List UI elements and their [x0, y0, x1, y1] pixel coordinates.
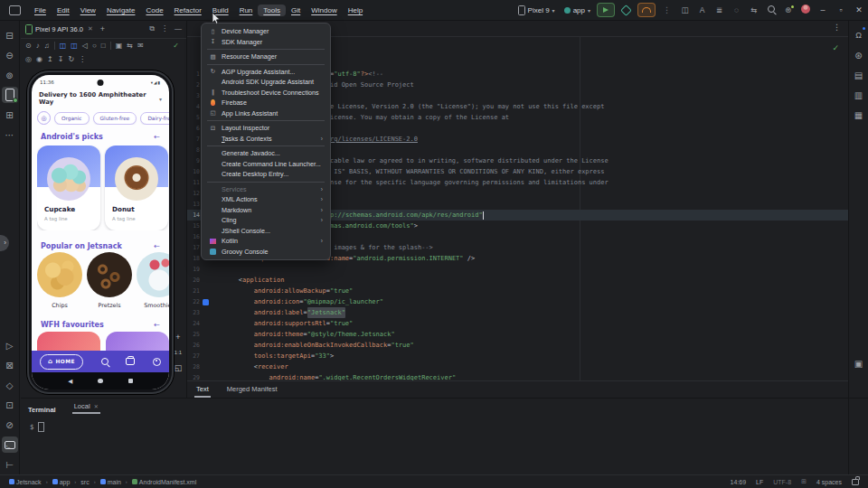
menu-item-resource-manager[interactable]: ▨Resource Manager: [202, 52, 330, 62]
profile-avatar[interactable]: [797, 5, 814, 15]
snack-image-chips[interactable]: [37, 252, 82, 297]
filter-chip-gluten-free[interactable]: Gluten-free: [93, 112, 137, 125]
menu-navigate[interactable]: Navigate: [101, 5, 141, 16]
mirror-device-icon[interactable]: ◫: [676, 5, 693, 14]
close-icon[interactable]: ✕: [88, 25, 93, 33]
rotate-right-icon[interactable]: ◫: [71, 42, 78, 50]
nav-cart-icon[interactable]: [126, 358, 135, 365]
menu-code[interactable]: Code: [140, 5, 168, 16]
build-icon[interactable]: ◌: [728, 5, 745, 14]
filter-chip-dairy-free[interactable]: Dairy-free: [140, 112, 169, 125]
menu-item-firebase[interactable]: Firebase: [202, 98, 330, 108]
commit-tool-icon[interactable]: ⊖: [2, 47, 18, 63]
menu-git[interactable]: Git: [286, 5, 306, 16]
tab-text[interactable]: Text: [194, 382, 211, 398]
android-home-button[interactable]: [98, 379, 103, 384]
menu-tools[interactable]: Tools: [258, 5, 286, 16]
notifications-icon[interactable]: Ω: [851, 27, 867, 43]
menu-edit[interactable]: Edit: [52, 5, 75, 16]
menu-item-create-command-line-launcher[interactable]: Create Command Line Launcher...: [202, 159, 330, 170]
indent-widget[interactable]: 4 spaces: [816, 479, 842, 485]
menu-item-generate-javadoc[interactable]: Generate Javadoc...: [202, 148, 330, 159]
emulator-tool-icon[interactable]: ▣: [851, 355, 867, 371]
more-actions-icon[interactable]: ⋮: [79, 55, 86, 63]
home-icon[interactable]: ○: [92, 42, 97, 50]
zoom-reset-button[interactable]: 1:1: [175, 350, 182, 355]
kebab-menu-icon[interactable]: ⋮: [161, 24, 168, 33]
snack-card-donut[interactable]: DonutA tag line: [105, 145, 168, 230]
device-explorer-tool-icon[interactable]: ▦: [851, 107, 867, 123]
menu-item-jshell-console[interactable]: JShell Console...: [202, 226, 330, 237]
device-screen[interactable]: 11:36 ▾◢▮ Delivery to 1600 Amphitheater …: [32, 75, 169, 389]
device-ready-check-icon[interactable]: ✓: [173, 42, 179, 50]
android-recents-button[interactable]: [128, 379, 133, 383]
problems-tool-icon[interactable]: ⊘: [2, 417, 18, 433]
arrow-left-icon[interactable]: ←: [154, 242, 160, 250]
breadcrumb-androidmanifest-xml[interactable]: AndroidManifest.xml: [132, 479, 196, 485]
menu-view[interactable]: View: [75, 5, 101, 16]
caret-position-widget[interactable]: 14:69: [731, 479, 747, 485]
upload-icon[interactable]: ↥: [47, 55, 53, 63]
arrow-left-icon[interactable]: ←: [154, 321, 160, 329]
line-ending-widget[interactable]: LF: [756, 479, 763, 485]
pull-requests-tool-icon[interactable]: ⊚: [2, 67, 18, 83]
message-icon[interactable]: ✉: [137, 42, 144, 50]
menu-item-troubleshoot-device-connections[interactable]: ∥Troubleshoot Device Connections: [202, 88, 330, 99]
breadcrumb-src[interactable]: src: [80, 479, 89, 485]
maximize-button[interactable]: ▫: [832, 5, 850, 14]
hide-panel-icon[interactable]: —: [175, 24, 182, 33]
restart-icon[interactable]: ↻: [68, 55, 74, 63]
menu-run[interactable]: Run: [234, 5, 259, 16]
filter-icon[interactable]: ◎: [37, 111, 51, 125]
code-assistant-icon[interactable]: A: [693, 5, 711, 14]
menu-window[interactable]: Window: [306, 5, 342, 16]
zoom-in-button[interactable]: +: [175, 333, 180, 342]
nav-search-icon[interactable]: [101, 358, 108, 365]
run-button[interactable]: [597, 3, 615, 17]
volume-up-icon[interactable]: ♪: [36, 42, 40, 50]
close-button[interactable]: ✕: [850, 5, 868, 14]
snack-image-pretzels[interactable]: [87, 252, 132, 297]
back-icon[interactable]: ◁: [82, 42, 88, 50]
menu-item-app-links-assistant[interactable]: ◱App Links Assistant: [202, 108, 330, 119]
screenshot-icon[interactable]: ◎: [25, 55, 32, 63]
rotate-left-icon[interactable]: ◫: [60, 42, 67, 50]
nav-home-button[interactable]: ⌂ HOME: [40, 354, 83, 370]
profiler-button[interactable]: [637, 3, 656, 17]
more-tool-windows-icon[interactable]: ⋯: [2, 127, 18, 143]
android-back-button[interactable]: ◀: [68, 378, 72, 385]
breadcrumb-main[interactable]: main: [100, 479, 121, 485]
open-in-window-icon[interactable]: ⧉: [149, 24, 155, 33]
arrow-left-icon[interactable]: ←: [154, 133, 160, 141]
editor-options-kebab-icon[interactable]: ⋮: [833, 23, 841, 32]
sync-icon[interactable]: ⇆: [127, 42, 133, 50]
running-devices-tool-icon[interactable]: [2, 87, 18, 103]
breadcrumb-jetsnack[interactable]: Jetsnack: [9, 479, 42, 485]
menu-help[interactable]: Help: [343, 5, 368, 16]
unlock-icon[interactable]: [852, 479, 859, 485]
sync-project-icon[interactable]: ⇆: [745, 5, 762, 14]
gradle-tool-icon[interactable]: ⊛: [851, 47, 867, 63]
tab-merged-manifest[interactable]: Merged Manifest: [225, 382, 279, 398]
settings-icon[interactable]: ⊛: [779, 5, 797, 14]
snack-card-cupcake[interactable]: CupcakeA tag line: [37, 145, 100, 230]
inspection-status-icon[interactable]: ⊞: [801, 478, 807, 485]
terminal-tab-local[interactable]: Local ✕: [72, 400, 100, 414]
inspections-ok-icon[interactable]: ✓: [832, 43, 839, 52]
volume-down-icon[interactable]: ♫: [44, 42, 50, 50]
menu-item-groovy-console[interactable]: Groovy Console: [202, 247, 330, 258]
device-manager-icon[interactable]: ▤: [851, 67, 867, 83]
menu-item-device-manager[interactable]: ▯Device Manager: [202, 26, 330, 37]
screen-record-icon[interactable]: ◉: [36, 55, 42, 63]
breadcrumb-app[interactable]: app: [52, 479, 71, 485]
minimize-button[interactable]: –: [814, 5, 832, 14]
install-apk-icon[interactable]: ▣: [116, 42, 123, 50]
terminal-output[interactable]: $: [21, 414, 868, 432]
device-selector[interactable]: Pixel 9 ▾: [514, 4, 560, 17]
menu-item-cling[interactable]: Cling›: [202, 215, 330, 226]
device-tab[interactable]: Pixel 9 API 36.0 ✕: [25, 24, 93, 34]
todo-list-icon[interactable]: ≣: [711, 5, 728, 14]
terminal-tool-icon[interactable]: ›_: [2, 436, 18, 453]
menu-item-xml-actions[interactable]: XML Actions›: [202, 194, 330, 205]
overview-icon[interactable]: □: [101, 42, 106, 50]
